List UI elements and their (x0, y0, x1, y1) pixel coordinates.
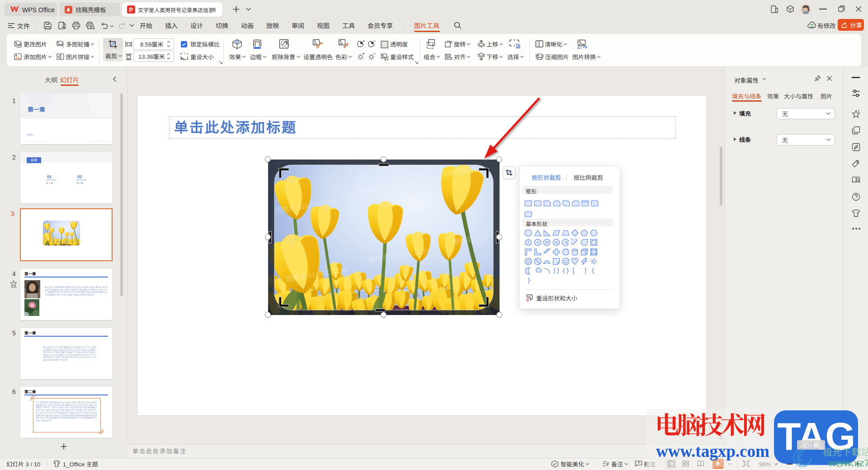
svg-text:P: P (129, 7, 133, 13)
svg-text:7: 7 (528, 241, 529, 244)
svg-text:12: 12 (555, 241, 558, 244)
svg-text:8: 8 (537, 241, 538, 244)
svg-text:10: 10 (545, 241, 549, 244)
